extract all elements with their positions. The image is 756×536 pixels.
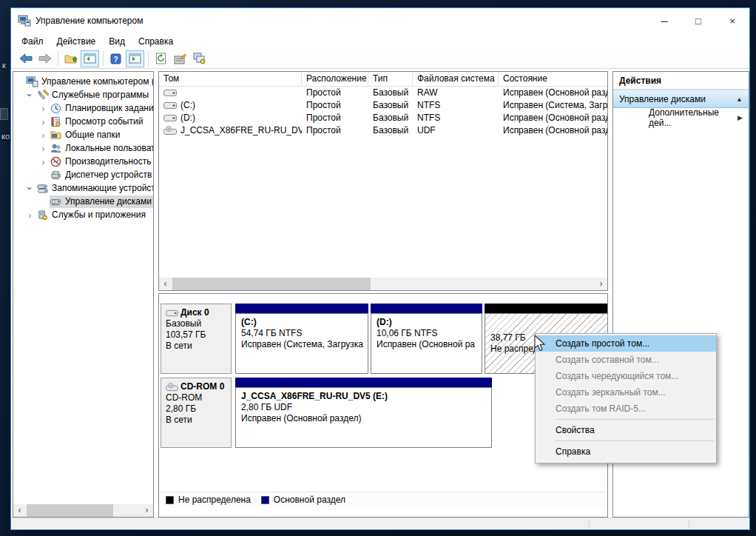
- cdrom0-type: CD-ROM: [166, 392, 231, 403]
- tree-item-local-users[interactable]: › Локальные пользовате: [13, 141, 153, 155]
- computer-icon: [26, 76, 38, 87]
- svg-text:?: ?: [113, 55, 118, 63]
- menu-separator: [556, 419, 715, 420]
- desktop-icon-fragment: [0, 108, 8, 120]
- menu-help[interactable]: Справка: [132, 35, 180, 48]
- back-icon[interactable]: [16, 50, 35, 67]
- toolbar-separator: [58, 51, 58, 66]
- submenu-arrow-icon: ▶: [738, 114, 743, 121]
- column-header-status[interactable]: Состояние: [499, 72, 607, 87]
- actions-group-disk-management[interactable]: Управление дисками ▲: [613, 90, 749, 108]
- partition-e[interactable]: J_CCSA_X86FRE_RU-RU_DV5 (E:) 2,80 ГБ UDF…: [235, 378, 492, 448]
- services-icon: [36, 210, 49, 221]
- context-menu: Создать простой том... Создать составной…: [535, 333, 717, 463]
- disk0-label-block[interactable]: Диск 0 Базовый 103,57 ГБ В сети: [161, 304, 232, 374]
- disk0-size: 103,57 ГБ: [166, 329, 231, 341]
- local-users-icon: [50, 143, 62, 154]
- minimize-button[interactable]: ─: [647, 8, 681, 33]
- chevron-down-icon[interactable]: ›: [24, 182, 36, 195]
- disk-management-icon: [50, 196, 62, 207]
- console-tree-icon[interactable]: [81, 50, 99, 67]
- scrollbar-thumb[interactable]: [172, 278, 371, 290]
- chevron-down-icon[interactable]: ›: [24, 89, 36, 101]
- menu-view[interactable]: Вид: [102, 35, 132, 48]
- cdrom0-status: В сети: [166, 415, 231, 426]
- chevron-right-icon[interactable]: ›: [24, 210, 36, 221]
- forward-icon[interactable]: [36, 50, 54, 67]
- title-bar[interactable]: Управление компьютером ─ □ ×: [11, 8, 749, 33]
- disk-volume-icon: [163, 88, 178, 98]
- legend-bar: Не распределена Основной раздел: [161, 492, 606, 507]
- volume-row[interactable]: (D:) Простой Базовый NTFS Исправен (Осно…: [159, 112, 607, 124]
- tree-item-device-manager[interactable]: › Диспетчер устройств: [13, 168, 153, 181]
- menu-item-help[interactable]: Справка: [536, 443, 716, 460]
- tree-item-task-scheduler[interactable]: › Планировщик заданий: [13, 101, 153, 115]
- help-icon[interactable]: ?: [107, 50, 125, 67]
- cdrom0-label-block[interactable]: CD-ROM 0 CD-ROM 2,80 ГБ В сети: [161, 378, 232, 448]
- partition-color-bar: [235, 378, 492, 387]
- action-pane-icon[interactable]: [126, 50, 144, 67]
- disk-drive-icon: [166, 309, 179, 318]
- properties-icon[interactable]: [171, 50, 189, 67]
- column-header-type[interactable]: Тип: [368, 72, 413, 87]
- volume-row[interactable]: (C:) Простой Базовый NTFS Исправен (Сист…: [159, 99, 607, 112]
- menu-item-properties[interactable]: Свойства: [536, 422, 716, 438]
- legend-primary-swatch: [261, 496, 269, 504]
- volume-row[interactable]: Простой Базовый RAW Исправен (Основной р…: [159, 87, 607, 99]
- close-button[interactable]: ×: [715, 8, 749, 33]
- desktop-icon-label-fragment: к: [2, 61, 6, 70]
- refresh-icon[interactable]: [152, 50, 170, 67]
- volume-row[interactable]: J_CCSA_X86FRE_RU-RU_DV5 (E:) Простой Баз…: [159, 124, 607, 137]
- tree-item-computer-management[interactable]: › Управление компьютером (л: [13, 75, 153, 88]
- menu-item-new-spanned-volume: Создать составной том...: [536, 352, 716, 368]
- tree-horizontal-scrollbar[interactable]: ‹ ›: [13, 504, 153, 517]
- performance-icon: [50, 156, 62, 167]
- volume-list-pane: Том Расположение Тип Файловая система Со…: [158, 71, 608, 291]
- menu-bar: Файл Действие Вид Справка: [11, 33, 749, 49]
- menu-action[interactable]: Действие: [50, 35, 103, 48]
- chevron-right-icon[interactable]: ›: [37, 103, 50, 114]
- cdrom0-size: 2,80 ГБ: [166, 403, 231, 415]
- manage-icon[interactable]: [190, 50, 209, 67]
- toolbar: ?: [11, 49, 749, 69]
- menu-item-new-simple-volume[interactable]: Создать простой том...: [536, 335, 716, 352]
- partition-c[interactable]: (C:) 54,74 ГБ NTFS Исправен (Система, За…: [235, 304, 368, 374]
- scroll-left-icon[interactable]: ‹: [13, 504, 26, 517]
- scroll-right-icon[interactable]: ›: [141, 504, 153, 517]
- chevron-right-icon[interactable]: ›: [37, 143, 50, 154]
- tree-item-performance[interactable]: › Производительность: [13, 155, 153, 168]
- collapse-arrow-icon[interactable]: ▲: [736, 96, 743, 103]
- tree-item-services-apps[interactable]: › Службы и приложения: [13, 208, 153, 221]
- chevron-right-icon[interactable]: ›: [37, 116, 50, 127]
- menu-item-new-striped-volume: Создать чередующийся том...: [536, 368, 716, 384]
- partition-d[interactable]: (D:) 10,06 ГБ NTFS Исправен (Основной ра: [371, 304, 482, 374]
- tree-item-event-viewer[interactable]: › Просмотр событий: [13, 115, 153, 128]
- disk0-status: В сети: [166, 341, 231, 352]
- maximize-button[interactable]: □: [681, 8, 715, 33]
- scroll-left-icon[interactable]: ‹: [159, 278, 172, 290]
- scroll-right-icon[interactable]: ›: [595, 278, 607, 290]
- tree-item-disk-management[interactable]: › Управление дисками: [13, 195, 153, 208]
- column-header-volume[interactable]: Том: [159, 72, 302, 87]
- volume-list-horizontal-scrollbar[interactable]: ‹ ›: [159, 278, 607, 290]
- partition-color-bar: [235, 304, 368, 313]
- volume-list-header: Том Расположение Тип Файловая система Со…: [159, 72, 607, 87]
- tree-item-storage[interactable]: › Запоминающие устройст: [13, 181, 153, 195]
- tree-item-system-tools[interactable]: › Служебные программы: [13, 88, 153, 101]
- tree-item-shared-folders[interactable]: › Общие папки: [13, 128, 153, 141]
- up-folder-icon[interactable]: [61, 50, 80, 67]
- menu-file[interactable]: Файл: [15, 35, 50, 48]
- menu-separator: [556, 440, 715, 441]
- chevron-right-icon[interactable]: ›: [37, 156, 50, 167]
- column-header-layout[interactable]: Расположение: [302, 72, 368, 87]
- column-header-filesystem[interactable]: Файловая система: [413, 72, 499, 87]
- toolbar-separator: [148, 51, 149, 66]
- scrollbar-thumb[interactable]: [27, 504, 113, 517]
- chevron-right-icon[interactable]: ›: [37, 130, 50, 141]
- legend-unallocated-label: Не распределена: [178, 495, 251, 505]
- legend-unallocated-swatch: [166, 496, 174, 504]
- mouse-cursor-icon: [532, 335, 548, 352]
- actions-more-actions[interactable]: Дополнительные дей... ▶: [613, 108, 749, 127]
- partition-color-bar: [371, 304, 482, 313]
- actions-header: Действия: [613, 72, 749, 90]
